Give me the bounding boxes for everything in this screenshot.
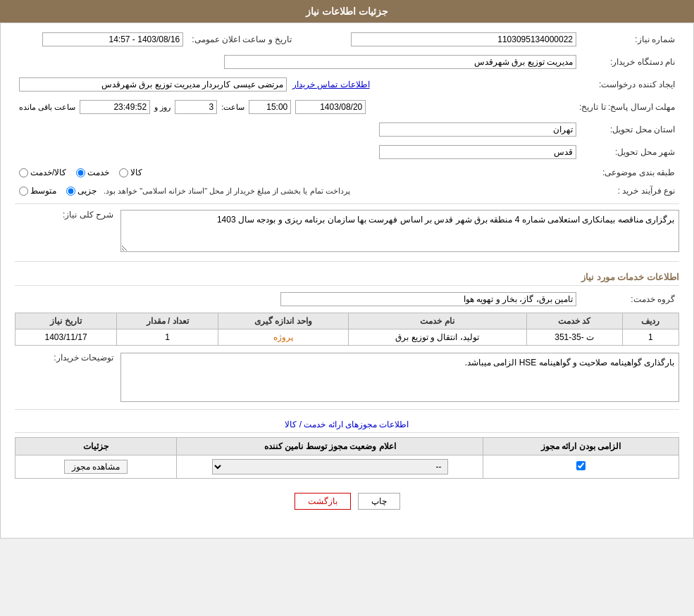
need-number-label: شماره نیاز: (581, 30, 679, 49)
city-label: شهر محل تحویل: (581, 143, 679, 161)
remaining-label: ساعت باقی مانده (19, 103, 75, 112)
days-input[interactable] (175, 100, 217, 114)
process-jozii[interactable]: جزیی (66, 186, 97, 196)
services-table: ردیف کد خدمت نام خدمت واحد اندازه گیری ت… (15, 313, 679, 346)
perm-status-select[interactable]: -- (212, 459, 447, 474)
perm-col-status: اعلام وضعیت مجوز توسط نامین کننده (177, 438, 483, 455)
col-code: کد خدمت (526, 313, 622, 329)
page-title: جزئیات اطلاعات نیاز (306, 6, 388, 17)
print-button[interactable]: چاپ (358, 493, 400, 510)
buyer-org-label: نام دستگاه خریدار: (581, 53, 679, 71)
requester-input[interactable] (19, 77, 287, 92)
process-mutavasset-radio[interactable] (19, 187, 28, 196)
city-row: شهر محل تحویل: (15, 143, 679, 161)
kala-khidmat-label: کالا/خدمت (30, 168, 66, 177)
buyer-notes-content: بارگذاری گواهینامه صلاحیت و گواهینامه HS… (120, 353, 679, 402)
category-khidmat[interactable]: خدمت (76, 168, 109, 177)
page-header: جزئیات اطلاعات نیاز (0, 0, 694, 23)
deadline-row: مهلت ارسال پاسخ: تا تاریخ: ساعت باقی مان… (15, 98, 679, 116)
perm-status[interactable]: -- (177, 455, 483, 479)
need-number-row: شماره نیاز: تاریخ و ساعت اعلان عمومی: (15, 30, 679, 49)
need-description-label: شرح کلی نیاز: (15, 210, 113, 220)
col-unit: واحد اندازه گیری (218, 313, 348, 329)
category-kala-khidmat-radio[interactable] (19, 168, 28, 177)
col-qty: تعداد / مقدار (117, 313, 218, 329)
perm-col-details: جزئیات (16, 438, 177, 455)
view-permission-button[interactable]: مشاهده مجوز (64, 460, 128, 474)
remaining-input[interactable] (80, 100, 150, 114)
perm-required-checkbox[interactable] (576, 461, 585, 470)
contact-link[interactable]: اطلاعات تماس خریدار (292, 80, 370, 89)
perm-details[interactable]: مشاهده مجوز (16, 455, 177, 479)
service-group-label: گروه خدمت: (581, 290, 679, 308)
row-code: ت -35-351 (526, 329, 622, 346)
permission-table: الزامی بودن ارائه مجوز اعلام وضعیت مجوز … (15, 437, 679, 479)
services-title: اطلاعات خدمات مورد نیاز (15, 268, 679, 286)
col-row: ردیف (622, 313, 678, 329)
requester-row: ایجاد کننده درخواست: اطلاعات تماس خریدار (15, 75, 679, 94)
table-row: -- مشاهده مجوز (16, 455, 679, 479)
buyer-notes-section: توضیحات خریدار: بارگذاری گواهینامه صلاحی… (15, 353, 679, 402)
perm-col-required: الزامی بودن ارائه مجوز (483, 438, 679, 455)
city-input[interactable] (379, 145, 576, 159)
buyer-org-row: نام دستگاه خریدار: (15, 53, 679, 71)
category-kala-khidmat[interactable]: کالا/خدمت (19, 168, 66, 177)
row-qty: 1 (117, 329, 218, 346)
response-deadline-label: مهلت ارسال پاسخ: تا تاریخ: (575, 98, 679, 116)
back-button[interactable]: بازگشت (295, 493, 351, 510)
category-khidmat-radio[interactable] (76, 168, 85, 177)
province-label: استان محل تحویل: (581, 120, 679, 139)
table-row: 1 ت -35-351 تولید، انتقال و توزیع برق پر… (16, 329, 679, 346)
service-group-row: گروه خدمت: (15, 290, 679, 308)
announce-datetime-input[interactable] (42, 32, 183, 46)
khidmat-label: خدمت (87, 168, 109, 177)
need-description-input[interactable] (120, 210, 679, 252)
category-row: طبقه بندی موضوعی: کالا/خدمت خدمت کالا (15, 165, 679, 180)
process-note: پرداخت تمام یا بخشی از مبلغ خریدار از مح… (104, 187, 350, 196)
day-label: روز و (154, 103, 171, 112)
need-number-input[interactable] (351, 32, 576, 46)
date-input[interactable] (295, 100, 366, 114)
row-date: 1403/11/17 (16, 329, 117, 346)
category-radio-group: کالا/خدمت خدمت کالا (19, 168, 576, 177)
category-label: طبقه بندی موضوعی: (581, 165, 679, 180)
perm-required[interactable] (483, 455, 679, 479)
services-section: اطلاعات خدمات مورد نیاز گروه خدمت: ردیف … (15, 268, 679, 346)
process-jozii-radio[interactable] (66, 187, 75, 196)
time-label: ساعت: (221, 103, 244, 112)
main-content: شماره نیاز: تاریخ و ساعت اعلان عمومی: نا… (0, 23, 694, 539)
province-input[interactable] (379, 122, 576, 137)
buyer-notes-label: توضیحات خریدار: (15, 353, 113, 363)
jozii-label: جزیی (78, 186, 97, 196)
province-row: استان محل تحویل: (15, 120, 679, 139)
process-row: نوع فرآیند خرید : متوسط جزیی (15, 184, 679, 198)
col-name: نام خدمت (348, 313, 526, 329)
process-mutavasset[interactable]: متوسط (19, 186, 56, 196)
time-input[interactable] (249, 100, 291, 114)
row-name: تولید، انتقال و توزیع برق (348, 329, 526, 346)
process-radio-group: متوسط جزیی (19, 186, 97, 196)
category-kala[interactable]: کالا (119, 168, 142, 177)
mutavasset-label: متوسط (30, 186, 56, 196)
process-label: نوع فرآیند خرید : (581, 184, 679, 198)
row-unit: پروژه (218, 329, 348, 346)
announce-datetime-label: تاریخ و ساعت اعلان عمومی: (187, 30, 296, 49)
requester-label: ایجاد کننده درخواست: (581, 75, 679, 94)
permission-section-label[interactable]: اطلاعات مجوزهای ارائه خدمت / کالا (15, 415, 679, 433)
category-kala-radio[interactable] (119, 168, 128, 177)
buyer-org-input[interactable] (224, 55, 576, 69)
permission-section: اطلاعات مجوزهای ارائه خدمت / کالا الزامی… (15, 415, 679, 479)
col-date: تاریخ نیاز (16, 313, 117, 329)
need-description-section: شرح کلی نیاز: (15, 210, 679, 254)
footer-buttons: چاپ بازگشت (15, 493, 679, 524)
kala-label: کالا (130, 168, 142, 177)
service-group-input[interactable] (280, 292, 576, 306)
row-num: 1 (622, 329, 678, 346)
